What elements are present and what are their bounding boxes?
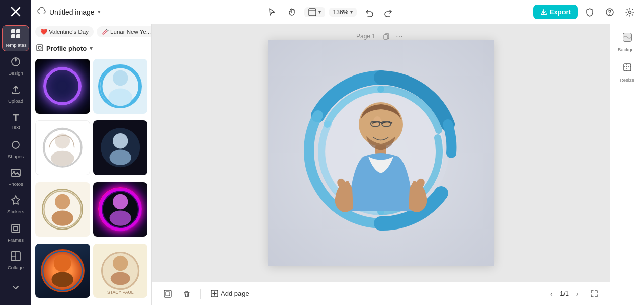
svg-text:STACY PAUL: STACY PAUL bbox=[107, 290, 133, 295]
bottom-bar: Add page ‹ 1/1 › bbox=[152, 282, 610, 305]
svg-point-47 bbox=[629, 11, 631, 13]
sidebar-item-frames[interactable]: Frames bbox=[2, 220, 29, 246]
frames-label: Frames bbox=[8, 237, 24, 243]
export-button[interactable]: Export bbox=[533, 5, 578, 19]
sidebar-item-upload[interactable]: Upload bbox=[2, 81, 29, 107]
page-thumbnail-btn[interactable] bbox=[160, 286, 175, 301]
tag-valentines[interactable]: ❤️ Valentine's Day bbox=[35, 26, 94, 37]
section-title: Profile photo bbox=[46, 45, 87, 52]
page-duplicate-btn[interactable] bbox=[380, 30, 392, 42]
export-label: Export bbox=[550, 8, 571, 16]
layout-selector[interactable]: ▾ bbox=[304, 7, 325, 17]
text-label: Text bbox=[11, 124, 20, 130]
stickers-label: Stickers bbox=[7, 209, 24, 214]
background-tool[interactable]: Backgr... bbox=[612, 28, 642, 56]
design-icon bbox=[10, 56, 21, 69]
doc-title-chevron[interactable]: ▾ bbox=[98, 9, 101, 15]
svg-point-37 bbox=[54, 254, 71, 272]
resize-tool[interactable]: Resize bbox=[612, 58, 642, 87]
svg-rect-10 bbox=[12, 224, 20, 233]
svg-rect-11 bbox=[14, 226, 18, 231]
bottom-right: ‹ 1/1 › bbox=[545, 286, 602, 301]
topbar-right: Export bbox=[533, 4, 638, 20]
template-thumb-5[interactable] bbox=[35, 182, 90, 237]
svg-rect-5 bbox=[16, 34, 20, 38]
undo-button[interactable] bbox=[361, 4, 377, 20]
sidebar-item-more[interactable] bbox=[2, 275, 29, 301]
sidebar-item-design[interactable]: Design bbox=[2, 53, 29, 79]
stickers-icon bbox=[10, 195, 21, 207]
svg-point-26 bbox=[113, 133, 128, 148]
sidebar-item-shapes[interactable]: Shapes bbox=[2, 136, 29, 162]
svg-rect-2 bbox=[11, 29, 15, 33]
design-svg bbox=[268, 40, 494, 266]
background-label: Backgr... bbox=[618, 47, 636, 52]
svg-point-46 bbox=[609, 14, 610, 15]
sidebar-item-text[interactable]: T Text bbox=[2, 109, 29, 134]
right-panel: Backgr... Resize bbox=[610, 24, 644, 305]
template-grid: STACY PAUL bbox=[31, 56, 151, 305]
template-thumb-8[interactable]: STACY PAUL bbox=[93, 244, 148, 298]
svg-point-27 bbox=[109, 150, 131, 165]
section-chevron: ▾ bbox=[90, 45, 93, 52]
sidebar-item-photos[interactable]: Photos bbox=[2, 164, 29, 190]
collage-label: Collage bbox=[8, 265, 24, 270]
shield-button[interactable] bbox=[582, 4, 598, 20]
svg-point-35 bbox=[109, 210, 131, 225]
zoom-control[interactable]: 136% ▾ bbox=[329, 8, 357, 17]
sidebar-item-collage[interactable]: Collage bbox=[2, 248, 29, 273]
svg-point-30 bbox=[52, 210, 73, 225]
bottom-divider bbox=[200, 289, 201, 299]
fullscreen-btn[interactable] bbox=[587, 286, 602, 301]
template-thumb-4[interactable] bbox=[93, 120, 148, 175]
section-header[interactable]: Profile photo ▾ bbox=[31, 41, 151, 56]
template-panel: Search for templat... ⊙ ❤️ Valentine's D… bbox=[31, 0, 152, 305]
layout-chevron: ▾ bbox=[318, 9, 321, 15]
template-thumb-3[interactable] bbox=[35, 120, 90, 175]
prev-page-btn[interactable]: ‹ bbox=[545, 287, 558, 300]
doc-title: Untitled image bbox=[49, 8, 95, 16]
tag-list: ❤️ Valentine's Day 🥢 Lunar New Ye... bbox=[31, 24, 151, 41]
svg-point-20 bbox=[113, 70, 128, 86]
svg-point-40 bbox=[113, 256, 128, 271]
design-label: Design bbox=[8, 70, 23, 76]
zoom-level: 136% bbox=[333, 9, 349, 16]
app-logo[interactable] bbox=[8, 4, 24, 19]
page-indicator: 1/1 bbox=[560, 290, 569, 297]
more-icon bbox=[11, 283, 20, 293]
left-sidebar: Templates Design Upload T Text Shap bbox=[0, 0, 31, 305]
select-tool[interactable] bbox=[264, 4, 280, 20]
topbar: Untitled image ▾ ▾ 136% ▾ bbox=[31, 0, 644, 24]
template-thumb-7[interactable] bbox=[35, 244, 90, 298]
templates-icon bbox=[10, 28, 21, 41]
main-area: Page 1 ⋯ bbox=[152, 24, 610, 305]
svg-rect-65 bbox=[624, 64, 631, 71]
canvas-area: Page 1 ⋯ bbox=[152, 24, 610, 282]
page-label: Page 1 bbox=[356, 33, 375, 40]
photos-label: Photos bbox=[8, 181, 23, 187]
redo-button[interactable] bbox=[381, 4, 397, 20]
frames-icon bbox=[10, 223, 21, 236]
add-page-button[interactable]: Add page bbox=[207, 288, 253, 299]
section-icon bbox=[36, 44, 43, 53]
text-icon: T bbox=[13, 113, 19, 123]
svg-point-34 bbox=[113, 194, 128, 209]
tag-lunar[interactable]: 🥢 Lunar New Ye... bbox=[97, 26, 151, 37]
hand-tool[interactable] bbox=[284, 4, 300, 20]
resize-label: Resize bbox=[620, 77, 634, 83]
page-more-btn[interactable]: ⋯ bbox=[393, 30, 406, 42]
shapes-icon bbox=[10, 139, 21, 152]
help-button[interactable] bbox=[602, 4, 618, 20]
template-thumb-2[interactable] bbox=[93, 59, 148, 114]
settings-button[interactable] bbox=[622, 4, 638, 20]
sidebar-item-stickers[interactable]: Stickers bbox=[2, 192, 29, 217]
zoom-chevron: ▾ bbox=[350, 9, 353, 15]
svg-point-41 bbox=[110, 272, 130, 285]
template-thumb-1[interactable] bbox=[35, 59, 90, 114]
sidebar-item-templates[interactable]: Templates bbox=[2, 25, 29, 51]
template-thumb-6[interactable] bbox=[93, 182, 148, 237]
svg-point-18 bbox=[38, 46, 41, 49]
delete-page-btn[interactable] bbox=[179, 286, 194, 301]
next-page-btn[interactable]: › bbox=[571, 287, 584, 300]
cloud-save-icon bbox=[37, 7, 46, 18]
